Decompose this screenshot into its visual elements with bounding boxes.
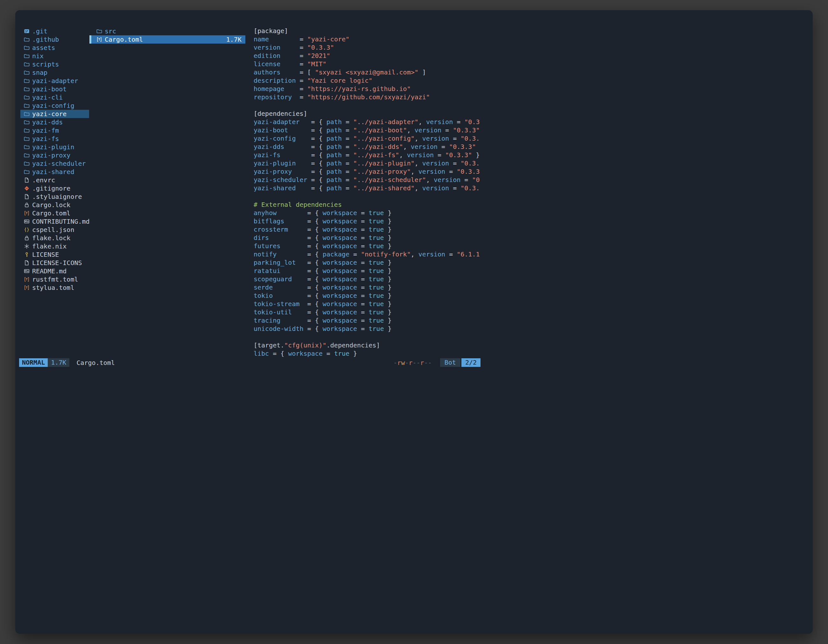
parent-item-yazi-fs[interactable]: yazi-fs <box>20 135 89 143</box>
parent-item-yazi-adapter[interactable]: yazi-adapter <box>20 77 89 85</box>
preview-line: version = "0.3.3" <box>254 44 481 52</box>
markdown-icon <box>24 268 30 274</box>
file-icon <box>24 177 30 183</box>
mode-badge: NORMAL <box>19 358 48 367</box>
folder-icon <box>24 119 30 125</box>
preview-line: edition = "2021" <box>254 52 481 60</box>
preview-line: libc = { workspace = true } <box>254 350 481 358</box>
preview-line: dirs = { workspace = true } <box>254 234 481 242</box>
file-name: .gitignore <box>32 185 70 192</box>
parent-item-license-icons[interactable]: LICENSE-ICONS <box>20 259 89 267</box>
parent-item-yazi-shared[interactable]: yazi-shared <box>20 168 89 176</box>
file-name: flake.nix <box>32 243 66 250</box>
preview-line: scopeguard = { workspace = true } <box>254 275 481 284</box>
markdown-icon <box>24 219 30 224</box>
parent-item-gitignore[interactable]: .gitignore <box>20 184 89 193</box>
parent-item-envrc[interactable]: .envrc <box>20 176 89 184</box>
preview-line: ratatui = { workspace = true } <box>254 267 481 275</box>
file-name: assets <box>32 44 55 52</box>
folder-icon <box>24 103 30 108</box>
nix-icon <box>24 243 30 249</box>
folder-icon <box>24 61 30 67</box>
file-size: 1.7K <box>226 36 245 43</box>
git-diamond-icon <box>24 185 30 191</box>
preview-line <box>254 333 481 342</box>
parent-item-assets[interactable]: assets <box>20 44 89 52</box>
preview-line: license = "MIT" <box>254 60 481 68</box>
parent-item-nix[interactable]: nix <box>20 52 89 60</box>
file-name: yazi-fs <box>32 135 59 143</box>
parent-item-yazi-fm[interactable]: yazi-fm <box>20 126 89 135</box>
preview-line: tokio-stream = { workspace = true } <box>254 300 481 308</box>
file-name: Cargo.toml <box>105 36 143 43</box>
file-name: yazi-core <box>32 110 66 118</box>
preview-line: tokio-util = { workspace = true } <box>254 308 481 317</box>
lock-icon <box>24 235 30 241</box>
parent-item-scripts[interactable]: scripts <box>20 60 89 68</box>
file-name: yazi-adapter <box>32 77 78 85</box>
preview-line: yazi-plugin = { path = "../yazi-plugin",… <box>254 160 481 168</box>
preview-line: [target."cfg(unix)".dependencies] <box>254 342 481 350</box>
parent-item-cspell-json[interactable]: cspell.json <box>20 226 89 234</box>
parent-item-yazi-core[interactable]: yazi-core <box>20 110 89 118</box>
file-name: CONTRIBUTING.md <box>32 218 90 225</box>
preview-line <box>254 193 481 201</box>
parent-item-flake-lock[interactable]: flake.lock <box>20 234 89 242</box>
preview-line: serde = { workspace = true } <box>254 284 481 292</box>
preview-line <box>254 102 481 110</box>
parent-item-styluaignore[interactable]: .styluaignore <box>20 193 89 201</box>
parent-item-yazi-boot[interactable]: yazi-boot <box>20 85 89 93</box>
file-name: stylua.toml <box>32 284 74 291</box>
parent-item-yazi-scheduler[interactable]: yazi-scheduler <box>20 160 89 168</box>
file-name: .styluaignore <box>32 193 82 201</box>
parent-item-license[interactable]: LICENSE <box>20 251 89 259</box>
parent-item-yazi-config[interactable]: yazi-config <box>20 102 89 110</box>
file-icon <box>24 260 30 266</box>
file-name: .git <box>32 27 47 35</box>
preview-line: tokio = { workspace = true } <box>254 292 481 300</box>
preview-line: notify = { package = "notify-fork", vers… <box>254 251 481 259</box>
file-icon <box>24 194 30 199</box>
folder-icon <box>24 94 30 100</box>
parent-item-contributing-md[interactable]: CONTRIBUTING.md <box>20 217 89 226</box>
file-name: yazi-fm <box>32 127 59 134</box>
current-item-src[interactable]: src <box>89 27 245 35</box>
file-name: Cargo.toml <box>32 209 70 217</box>
preview-line: # External dependencies <box>254 201 481 209</box>
file-name: src <box>105 27 116 35</box>
file-name: yazi-config <box>32 102 74 110</box>
preview-line: crossterm = { workspace = true } <box>254 226 481 234</box>
file-name: flake.lock <box>32 234 70 242</box>
preview-line: yazi-proxy = { path = "../yazi-proxy", v… <box>254 168 481 176</box>
preview-line: description = "Yazi core logic" <box>254 77 481 85</box>
file-name: scripts <box>32 60 59 68</box>
parent-item-yazi-plugin[interactable]: yazi-plugin <box>20 143 89 151</box>
parent-item-readme-md[interactable]: README.md <box>20 267 89 275</box>
toml-icon <box>96 37 102 42</box>
parent-item-cargo-toml[interactable]: Cargo.toml <box>20 209 89 217</box>
parent-item-github[interactable]: .github <box>20 35 89 44</box>
file-name: Cargo.lock <box>32 201 70 209</box>
file-name: LICENSE-ICONS <box>32 259 82 266</box>
status-bar: NORMAL 1.7K Cargo.toml -rw-r--r-- Bot 2/… <box>19 358 480 367</box>
parent-item-yazi-cli[interactable]: yazi-cli <box>20 93 89 102</box>
file-name: cspell.json <box>32 226 74 233</box>
parent-item-flake-nix[interactable]: flake.nix <box>20 242 89 251</box>
parent-item-cargo-lock[interactable]: Cargo.lock <box>20 201 89 209</box>
parent-item-rustfmt-toml[interactable]: rustfmt.toml <box>20 275 89 284</box>
file-name: yazi-cli <box>32 94 63 101</box>
parent-item-git[interactable]: .git <box>20 27 89 35</box>
scroll-position-badge: Bot <box>440 358 461 367</box>
folder-icon <box>24 37 30 42</box>
parent-item-yazi-proxy[interactable]: yazi-proxy <box>20 151 89 160</box>
cursor-counter-badge: 2/2 <box>461 358 480 367</box>
parent-item-snap[interactable]: snap <box>20 68 89 77</box>
permissions: -rw-r--r-- <box>393 359 431 367</box>
parent-item-yazi-dds[interactable]: yazi-dds <box>20 118 89 126</box>
file-name: yazi-plugin <box>32 143 74 151</box>
parent-item-stylua-toml[interactable]: stylua.toml <box>20 284 89 292</box>
file-name: yazi-dds <box>32 118 63 126</box>
current-item-cargo-toml[interactable]: Cargo.toml1.7K <box>89 35 245 44</box>
lock-icon <box>24 202 30 208</box>
file-name: yazi-boot <box>32 85 66 93</box>
